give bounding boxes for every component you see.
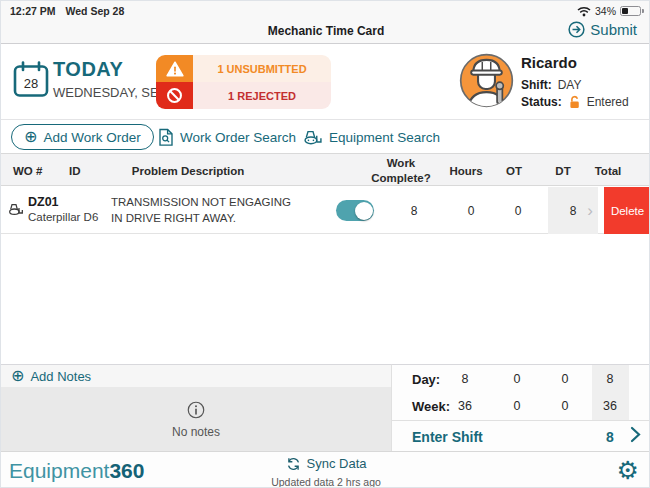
equipment-search-button[interactable]: Equipment Search: [303, 124, 440, 150]
avatar: [459, 53, 514, 112]
enter-shift-button[interactable]: Enter Shift: [412, 429, 483, 445]
toolbar-divider: [1, 119, 650, 120]
rejected-alert[interactable]: 1 REJECTED: [156, 82, 331, 109]
work-order-search-button[interactable]: Work Order Search: [158, 124, 296, 150]
status-label: Status:: [521, 95, 562, 109]
footer: Equipment360 Sync Data Updated data 2 hr…: [1, 451, 650, 488]
week-hours: 36: [448, 399, 482, 413]
battery-icon: [620, 6, 641, 16]
week-ot: 0: [500, 399, 534, 413]
col-dt: DT: [543, 154, 583, 187]
notes-empty-state: No notes: [1, 387, 391, 452]
ot-value: 0: [456, 187, 486, 234]
day-hours: 8: [448, 372, 482, 386]
col-total: Total: [583, 154, 633, 187]
add-work-order-label: Add Work Order: [43, 130, 140, 145]
top-bar: 12:27 PMWed Sep 28 34% Mechanic Time Car…: [1, 1, 650, 44]
shift-value: DAY: [558, 78, 582, 92]
status-line: Status: Entered: [521, 95, 629, 109]
sync-status-text: Updated data 2 hrs ago: [1, 476, 650, 488]
equipment-id: Caterpillar D6: [28, 211, 98, 223]
enter-shift-value: 8: [593, 429, 627, 445]
gear-icon[interactable]: ⚙: [617, 455, 639, 485]
warning-triangle-icon: [156, 55, 193, 82]
today-label: TODAY: [53, 58, 123, 81]
sync-data-label: Sync Data: [307, 456, 367, 471]
calendar-day-number: 28: [24, 76, 38, 91]
submit-button[interactable]: Submit: [568, 21, 637, 38]
row-chevron-icon[interactable]: ›: [583, 187, 597, 234]
battery-percent: 34%: [595, 5, 616, 17]
day-label: Day:: [412, 372, 440, 387]
delete-button[interactable]: Delete: [604, 187, 650, 234]
hours-value: 8: [399, 187, 429, 234]
status-bar-left: 12:27 PMWed Sep 28: [10, 5, 134, 17]
week-total: 36: [593, 399, 627, 413]
alert-badges[interactable]: 1 UNSUBMITTED 1 REJECTED: [156, 55, 331, 109]
work-order-number: DZ01: [28, 195, 59, 209]
day-total: 8: [593, 372, 627, 386]
plus-circle-icon: ⊕: [24, 129, 37, 145]
work-order-row[interactable]: DZ01 Caterpillar D6 TRANSMISSION NOT ENG…: [1, 187, 650, 234]
unsubmitted-count: 1 UNSUBMITTED: [193, 55, 331, 82]
shift-line: Shift: DAY: [521, 78, 581, 92]
day-dt: 0: [548, 372, 582, 386]
equipment-dozer-icon: [303, 129, 323, 145]
work-order-search-label: Work Order Search: [180, 130, 296, 145]
add-work-order-button[interactable]: ⊕ Add Work Order: [11, 124, 154, 150]
col-wo: WO #: [13, 154, 42, 187]
week-label: Week:: [412, 399, 450, 414]
submit-arrow-icon: [568, 21, 585, 38]
sync-icon: [286, 457, 301, 471]
equipment-search-label: Equipment Search: [329, 130, 440, 145]
user-name: Ricardo: [521, 54, 577, 71]
dt-value: 0: [503, 187, 533, 234]
col-hours: Hours: [441, 154, 491, 187]
notes-section: ⊕ Add Notes No notes: [1, 364, 391, 451]
week-dt: 0: [548, 399, 582, 413]
wifi-icon: [577, 6, 591, 17]
info-icon: [187, 401, 205, 419]
weekday-label: WEDNESDAY, SEP: [53, 85, 167, 100]
no-notes-label: No notes: [172, 425, 220, 439]
table-header: WO # ID Problem Description Work Complet…: [1, 153, 650, 186]
unlock-icon: [568, 95, 581, 109]
calendar-icon: 28: [13, 61, 49, 102]
mechanic-time-card-screen: 12:27 PMWed Sep 28 34% Mechanic Time Car…: [0, 0, 650, 488]
shift-label: Shift:: [521, 78, 552, 92]
add-notes-label: Add Notes: [30, 369, 91, 384]
add-notes-button[interactable]: ⊕ Add Notes: [11, 368, 91, 384]
page-title: Mechanic Time Card: [1, 24, 650, 38]
rejected-circle-icon: [156, 82, 193, 109]
dozer-row-icon: [8, 202, 24, 219]
plus-circle-icon: ⊕: [11, 368, 24, 384]
col-ot: OT: [494, 154, 534, 187]
submit-label: Submit: [590, 21, 637, 38]
work-complete-toggle[interactable]: [336, 200, 374, 221]
status-date: Wed Sep 28: [66, 5, 125, 17]
rejected-count: 1 REJECTED: [193, 82, 331, 109]
status-bar-right: 34%: [577, 5, 644, 17]
day-ot: 0: [500, 372, 534, 386]
col-problem-description: Problem Description: [113, 154, 263, 187]
document-search-icon: [158, 128, 174, 147]
sync-data-button[interactable]: Sync Data: [286, 456, 367, 471]
clock: 12:27 PM: [10, 5, 56, 17]
hours-summary: Day: 8 0 0 8 Week: 36 0 0 36 Enter Shift…: [391, 364, 650, 451]
col-id: ID: [69, 154, 81, 187]
col-work-complete: Work Complete?: [358, 154, 444, 187]
problem-description: TRANSMISSION NOT ENGAGING IN DRIVE RIGHT…: [111, 194, 296, 226]
enter-shift-chevron-icon[interactable]: [630, 426, 641, 443]
status-value: Entered: [587, 95, 629, 109]
unsubmitted-alert[interactable]: 1 UNSUBMITTED: [156, 55, 331, 82]
